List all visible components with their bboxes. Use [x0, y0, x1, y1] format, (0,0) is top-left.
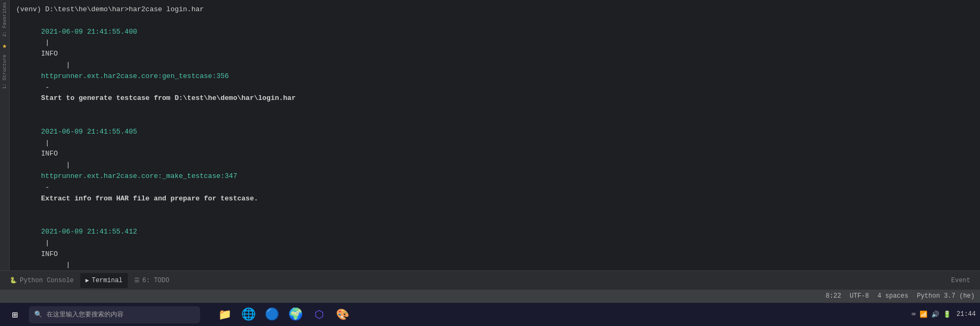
windows-search-box[interactable]: 🔍 在这里输入您要搜索的内容: [29, 306, 200, 323]
log-source: httprunner.ext.har2case.core:_make_testc…: [41, 172, 238, 180]
tab-python-console-label: Python Console: [20, 277, 74, 284]
taskbar-app-browser[interactable]: 🌍: [285, 304, 306, 325]
favorites-label[interactable]: 2: Favorites: [1, 0, 9, 39]
separator: |: [41, 161, 74, 169]
status-right: 8:22 UTF-8 4 spaces Python 3.7 (he): [826, 292, 975, 300]
status-indent: 4 spaces: [877, 292, 908, 300]
taskbar-apps: 📁 🌐 🔵 🌍 ⬡ 🎨: [214, 304, 353, 325]
terminal-line: 2021-06-09 21:41:55.405 | INFO | httprun…: [16, 115, 974, 215]
tab-event[interactable]: Event: [946, 275, 976, 286]
tab-todo-label: 6: TODO: [142, 277, 169, 284]
separator: |: [41, 38, 53, 46]
taskbar-app-chrome[interactable]: 🌐: [238, 304, 259, 325]
log-message: Extract info from HAR file and prepare f…: [41, 195, 258, 203]
tab-todo[interactable]: ☰ 6: TODO: [129, 273, 174, 288]
separator: |: [41, 139, 53, 147]
structure-label[interactable]: 1: Structure: [1, 52, 9, 91]
tab-terminal-label: Terminal: [91, 277, 122, 284]
separator: -: [41, 183, 53, 191]
log-source: httprunner.ext.har2case.core:gen_testcas…: [41, 72, 229, 80]
terminal-icon: ▶: [86, 277, 89, 284]
taskbar-icons: ⌨ 📶 🔊 🔋: [912, 311, 951, 319]
timestamp: 2021-06-09 21:41:55.405: [41, 128, 137, 136]
separator: -: [41, 83, 53, 91]
log-level: INFO: [41, 150, 58, 158]
taskbar-app-mail[interactable]: 📁: [214, 304, 235, 325]
terminal-line: 2021-06-09 21:41:55.412 | INFO | httprun…: [16, 215, 974, 270]
timestamp: 2021-06-09 21:41:55.400: [41, 28, 137, 36]
timestamp: 2021-06-09 21:41:55.412: [41, 228, 137, 236]
search-placeholder-text: 在这里输入您要搜索的内容: [47, 310, 124, 319]
windows-taskbar: ⊞ 🔍 在这里输入您要搜索的内容 📁 🌐 🔵 🌍 ⬡ 🎨 ⌨ 📶 🔊 🔋 21:…: [0, 302, 980, 326]
favorites-star-icon: ★: [2, 41, 6, 50]
log-level: INFO: [41, 250, 58, 258]
separator: |: [41, 261, 74, 269]
separator: |: [41, 61, 74, 69]
main-area: 2: Favorites ★ 1: Structure (venv) D:\te…: [0, 0, 980, 270]
event-tab-label: Event: [951, 277, 970, 284]
search-icon: 🔍: [34, 311, 42, 319]
taskbar-right: ⌨ 📶 🔊 🔋 21:44: [912, 311, 976, 319]
python-console-icon: 🐍: [10, 277, 17, 284]
taskbar-time: 21:44: [956, 311, 976, 319]
terminal-line: (venv) D:\test\he\demo\har>har2case logi…: [16, 4, 974, 15]
log-level: INFO: [41, 50, 58, 58]
left-sidebar: 2: Favorites ★ 1: Structure: [0, 0, 10, 270]
tab-python-console[interactable]: 🐍 Python Console: [4, 273, 79, 288]
status-encoding: UTF-8: [849, 292, 869, 300]
log-message: Start to generate testcase from D:\test\…: [41, 94, 296, 102]
terminal-container[interactable]: (venv) D:\test\he\demo\har>har2case logi…: [10, 0, 980, 270]
taskbar-app-edge[interactable]: 🔵: [261, 304, 282, 325]
windows-start-button[interactable]: ⊞: [4, 304, 26, 325]
taskbar-app-pycharm[interactable]: ⬡: [308, 304, 330, 325]
terminal-line: 2021-06-09 21:41:55.400 | INFO | httprun…: [16, 15, 974, 115]
cmd-text: (venv) D:\test\he\demo\har>har2case logi…: [16, 5, 204, 13]
status-line-col: 8:22: [826, 292, 841, 300]
separator: |: [41, 239, 53, 247]
todo-icon: ☰: [134, 277, 140, 284]
tab-terminal[interactable]: ▶ Terminal: [80, 273, 128, 288]
taskbar-time-display: 21:44: [956, 311, 976, 319]
taskbar-app-extra[interactable]: 🎨: [332, 304, 353, 325]
status-bar: 8:22 UTF-8 4 spaces Python 3.7 (he): [0, 290, 980, 302]
status-python-version: Python 3.7 (he): [917, 292, 975, 300]
tab-bar: 🐍 Python Console ▶ Terminal ☰ 6: TODO Ev…: [0, 270, 980, 290]
